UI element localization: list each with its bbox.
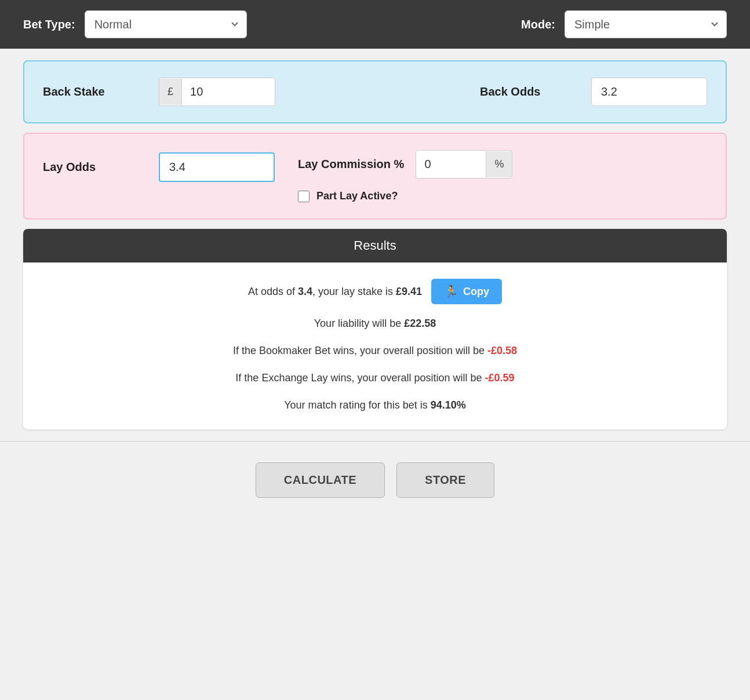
result-liability-text: Your liability will be £22.58 [314, 318, 436, 329]
back-odds-label: Back Odds [480, 85, 573, 99]
lay-section: Lay Odds Lay Commission % % Part Lay Act… [23, 133, 727, 220]
mode-select[interactable]: Simple Advanced [565, 10, 727, 38]
results-section: Results At odds of 3.4, your lay stake i… [23, 229, 727, 429]
copy-button[interactable]: 🏃 Copy [431, 279, 502, 304]
lay-odds-label: Lay Odds [43, 161, 136, 174]
main-content: Back Stake £ Back Odds Lay Odds Lay Comm… [0, 49, 750, 441]
part-lay-checkbox[interactable] [298, 191, 310, 202]
result-line-1-text: At odds of 3.4, your lay stake is £9.41 [248, 284, 422, 300]
result-bookmaker-position: -£0.58 [487, 345, 517, 356]
results-title: Results [354, 238, 396, 253]
back-odds-group: Back Odds [480, 78, 707, 106]
copy-label: Copy [463, 286, 489, 298]
header: Bet Type: Normal Each Way SNR ACCA Mode:… [0, 0, 750, 49]
calculate-button[interactable]: CALCULATE [256, 462, 385, 498]
result-match-rating: 94.10% [431, 399, 466, 411]
back-stake-input-group: £ [159, 78, 275, 106]
back-stake-label: Back Stake [43, 85, 136, 99]
results-header: Results [23, 229, 727, 262]
lay-commission-input[interactable] [416, 151, 486, 178]
result-line-3: If the Bookmaker Bet wins, your overall … [46, 343, 704, 359]
back-section: Back Stake £ Back Odds [23, 60, 727, 123]
lay-odds-input[interactable] [159, 152, 275, 182]
result-exchange-position: -£0.59 [485, 372, 515, 384]
commission-suffix: % [486, 151, 512, 177]
result-exchange-text: If the Exchange Lay wins, your overall p… [235, 372, 514, 384]
back-stake-input[interactable] [182, 78, 275, 105]
result-line-2: Your liability will be £22.58 [46, 316, 704, 331]
bet-type-select[interactable]: Normal Each Way SNR ACCA [85, 10, 247, 38]
back-odds-input[interactable] [591, 78, 707, 106]
results-body: At odds of 3.4, your lay stake is £9.41 … [23, 262, 727, 429]
result-line-1: At odds of 3.4, your lay stake is £9.41 … [46, 279, 704, 304]
stake-currency-symbol: £ [159, 79, 182, 105]
store-button[interactable]: STORE [396, 462, 494, 498]
copy-icon: 🏃 [444, 285, 458, 298]
result-line-5: Your match rating for this bet is 94.10% [46, 398, 704, 413]
part-lay-row: Part Lay Active? [298, 190, 512, 202]
commission-row: Lay Commission % % [298, 150, 512, 178]
part-lay-label: Part Lay Active? [316, 190, 398, 202]
result-line-4: If the Exchange Lay wins, your overall p… [46, 370, 704, 386]
bet-type-label: Bet Type: [23, 18, 75, 31]
result-liability: £22.58 [404, 318, 436, 329]
mode-group: Mode: Simple Advanced [521, 10, 727, 38]
commission-input-group: % [416, 150, 512, 178]
result-lay-stake: £9.41 [396, 286, 422, 297]
lay-commission-label: Lay Commission % [298, 158, 404, 171]
result-bookmaker-text: If the Bookmaker Bet wins, your overall … [233, 345, 517, 356]
result-odds: 3.4 [298, 286, 312, 297]
result-match-rating-text: Your match rating for this bet is 94.10% [284, 399, 466, 411]
mode-label: Mode: [521, 18, 555, 31]
footer: CALCULATE STORE [0, 442, 750, 519]
bet-type-group: Bet Type: Normal Each Way SNR ACCA [23, 10, 247, 38]
lay-commission-group: Lay Commission % % Part Lay Active? [298, 150, 512, 202]
lay-odds-group: Lay Odds [43, 150, 275, 182]
